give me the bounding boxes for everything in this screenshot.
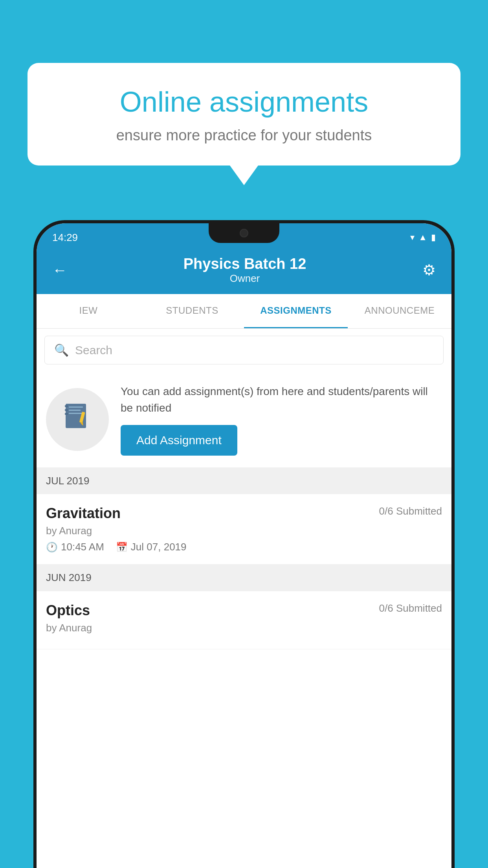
back-button[interactable]: ← [52,262,67,279]
assignment-details-gravitation: 🕐 10:45 AM 📅 Jul 07, 2019 [46,541,442,553]
assignment-title-optics: Optics [46,602,90,619]
assignment-title-gravitation: Gravitation [46,505,121,522]
section-header-jul: JUL 2019 [37,468,451,494]
phone-screen: 14:29 ▾ ▲ ▮ ← Physics Batch 12 Owner ⚙ I… [37,223,451,868]
svg-rect-1 [65,405,68,407]
assignment-date: Jul 07, 2019 [131,541,187,553]
time-detail: 🕐 10:45 AM [46,541,104,553]
header-title-group: Physics Batch 12 Owner [183,256,306,285]
settings-icon[interactable]: ⚙ [422,261,436,279]
app-header: ← Physics Batch 12 Owner ⚙ [37,248,451,294]
speech-bubble-container: Online assignments ensure more practice … [28,63,460,185]
phone-inner: 14:29 ▾ ▲ ▮ ← Physics Batch 12 Owner ⚙ I… [37,223,451,868]
battery-icon: ▮ [431,232,436,243]
svg-rect-2 [65,409,68,411]
date-detail: 📅 Jul 07, 2019 [116,541,187,553]
tab-assignments[interactable]: ASSIGNMENTS [244,294,348,328]
svg-rect-6 [69,413,82,414]
speech-bubble-arrow [230,166,258,185]
assignment-author-optics: by Anurag [46,622,442,634]
promo-icon-circle [46,388,109,451]
promo-description: You can add assignment(s) from here and … [121,383,442,416]
notebook-icon [62,401,93,438]
wifi-icon: ▾ [410,232,415,243]
section-header-jun: JUN 2019 [37,565,451,591]
svg-rect-4 [69,406,83,408]
status-icons: ▾ ▲ ▮ [410,232,436,243]
assignment-submitted-optics: 0/6 Submitted [379,602,442,614]
promo-content: You can add assignment(s) from here and … [121,383,442,456]
add-assignment-button[interactable]: Add Assignment [121,425,237,456]
svg-rect-5 [69,410,81,411]
add-assignment-promo: You can add assignment(s) from here and … [37,371,451,468]
phone-frame: 14:29 ▾ ▲ ▮ ← Physics Batch 12 Owner ⚙ I… [33,220,455,868]
assignment-time: 10:45 AM [61,541,104,553]
search-container: 🔍 Search [37,329,451,371]
signal-icon: ▲ [418,232,427,243]
assignment-author-gravitation: by Anurag [46,525,442,537]
search-bar[interactable]: 🔍 Search [44,336,444,364]
assignment-item-optics[interactable]: Optics 0/6 Submitted by Anurag [37,591,451,649]
tab-announcements[interactable]: ANNOUNCEME [348,294,451,328]
search-input-placeholder[interactable]: Search [75,344,112,357]
search-icon: 🔍 [54,343,69,357]
header-title: Physics Batch 12 [183,256,306,272]
speech-bubble-subtitle: ensure more practice for your students [55,127,433,144]
tab-overview[interactable]: IEW [37,294,140,328]
status-time: 14:29 [52,232,78,244]
tab-students[interactable]: STUDENTS [140,294,244,328]
phone-notch [209,223,279,243]
assignment-item-gravitation[interactable]: Gravitation 0/6 Submitted by Anurag 🕐 10… [37,494,451,565]
calendar-icon: 📅 [116,542,128,553]
tabs-bar: IEW STUDENTS ASSIGNMENTS ANNOUNCEME [37,294,451,329]
clock-icon: 🕐 [46,542,58,553]
svg-rect-3 [65,413,68,415]
header-subtitle: Owner [183,272,306,285]
assignment-submitted-gravitation: 0/6 Submitted [379,505,442,517]
speech-bubble-title: Online assignments [55,86,433,118]
assignment-top-row: Gravitation 0/6 Submitted [46,505,442,522]
camera [240,229,248,237]
optics-top-row: Optics 0/6 Submitted [46,602,442,619]
speech-bubble: Online assignments ensure more practice … [28,63,460,166]
